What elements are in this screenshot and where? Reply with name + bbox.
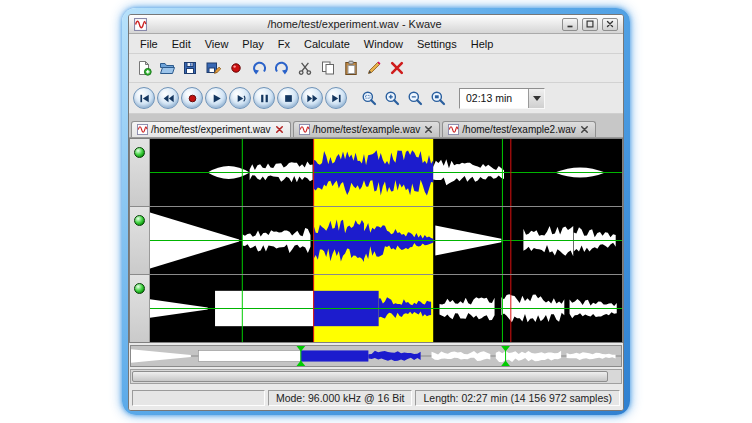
play-button[interactable] (205, 87, 227, 109)
menu-play[interactable]: Play (235, 36, 270, 52)
zoom-group (358, 87, 449, 109)
tabbar: /home/test/experiment.wav /home/test/exa… (129, 114, 623, 138)
to-start-button[interactable] (133, 87, 155, 109)
erase-button[interactable] (363, 57, 385, 79)
track-2-led-button[interactable] (134, 215, 145, 226)
zoom-in-button[interactable] (381, 87, 403, 109)
chevron-down-icon (533, 96, 541, 101)
minimize-button[interactable] (562, 18, 578, 31)
status-mode: Mode: 96.000 kHz @ 16 Bit (268, 390, 413, 406)
new-file-icon (136, 60, 152, 76)
paste-icon (343, 60, 359, 76)
to-end-button[interactable] (325, 87, 347, 109)
to-end-icon (330, 92, 343, 105)
record-setup-button[interactable] (225, 57, 247, 79)
tab-close-button[interactable] (423, 124, 434, 135)
pause-button[interactable] (253, 87, 275, 109)
track-3-controls (130, 275, 150, 342)
open-button[interactable] (156, 57, 178, 79)
track-3-led-button[interactable] (134, 283, 145, 294)
menu-edit[interactable]: Edit (165, 36, 198, 52)
maximize-button[interactable] (582, 18, 598, 31)
zoom-selection-button[interactable] (358, 87, 380, 109)
zoom-all-icon (430, 90, 446, 106)
zoom-combo-dropdown[interactable] (528, 89, 544, 108)
delete-button[interactable] (386, 57, 408, 79)
track-2 (130, 207, 622, 275)
maximize-icon (585, 19, 595, 29)
file-toolbar (129, 54, 623, 83)
to-start-icon (138, 92, 151, 105)
tab-example2-wav[interactable]: /home/test/example2.wav (442, 121, 595, 137)
close-icon (274, 124, 285, 135)
new-file-button[interactable] (133, 57, 155, 79)
track-1-controls (130, 139, 150, 206)
copy-icon (320, 60, 336, 76)
menu-help[interactable]: Help (464, 36, 501, 52)
close-icon (423, 124, 434, 135)
transport-toolbar: 02:13 min (129, 83, 623, 114)
open-icon (159, 60, 175, 76)
zoom-selection-icon (361, 90, 377, 106)
zoom-all-button[interactable] (427, 87, 449, 109)
track-3 (130, 275, 622, 342)
tab-close-button[interactable] (579, 124, 590, 135)
tab-close-button[interactable] (274, 124, 285, 135)
track-2-wave[interactable] (150, 207, 622, 274)
stop-icon (282, 92, 295, 105)
redo-button[interactable] (271, 57, 293, 79)
loop-icon (234, 92, 247, 105)
track-3-wave[interactable] (150, 275, 622, 342)
save-icon (182, 60, 198, 76)
record-setup-icon (228, 60, 244, 76)
track-1 (130, 139, 622, 207)
tab-experiment-wav[interactable]: /home/test/experiment.wav (131, 121, 291, 137)
copy-button[interactable] (317, 57, 339, 79)
record-button[interactable] (181, 87, 203, 109)
save-as-button[interactable] (202, 57, 224, 79)
menu-window[interactable]: Window (357, 36, 410, 52)
undo-icon (251, 60, 267, 76)
rewind-button[interactable] (157, 87, 179, 109)
menu-calculate[interactable]: Calculate (297, 36, 357, 52)
tab-label: /home/test/example.wav (313, 124, 421, 135)
menu-file[interactable]: File (133, 36, 165, 52)
save-as-icon (205, 60, 221, 76)
stop-button[interactable] (277, 87, 299, 109)
track-1-led-button[interactable] (134, 147, 145, 158)
scrollbar-thumb[interactable] (132, 371, 608, 382)
redo-icon (274, 60, 290, 76)
delete-icon (389, 60, 405, 76)
cut-icon (297, 60, 313, 76)
status-spacer-panel (132, 390, 265, 406)
forward-button[interactable] (301, 87, 323, 109)
track-2-controls (130, 207, 150, 274)
menu-view[interactable]: View (198, 36, 236, 52)
kwave-tab-icon (137, 124, 148, 135)
undo-button[interactable] (248, 57, 270, 79)
menu-settings[interactable]: Settings (410, 36, 464, 52)
tab-example-wav[interactable]: /home/test/example.wav (293, 121, 441, 137)
track-1-wave[interactable] (150, 139, 622, 206)
window-title: /home/test/experiment.wav - Kwave (151, 18, 558, 30)
loop-button[interactable] (229, 87, 251, 109)
kwave-tab-icon (299, 124, 310, 135)
horizontal-scrollbar[interactable] (130, 369, 622, 384)
zoom-combo[interactable]: 02:13 min (459, 88, 545, 109)
tab-label: /home/test/example2.wav (462, 124, 575, 135)
cut-button[interactable] (294, 57, 316, 79)
close-button[interactable] (602, 18, 618, 31)
statusbar: Mode: 96.000 kHz @ 16 Bit Length: 02:27 … (129, 386, 623, 410)
zoom-out-button[interactable] (404, 87, 426, 109)
zoom-in-icon (384, 90, 400, 106)
signal-area (129, 138, 623, 343)
save-button[interactable] (179, 57, 201, 79)
zoom-out-icon (407, 90, 423, 106)
window-glow-frame: /home/test/experiment.wav - Kwave File E… (122, 8, 630, 415)
overview-strip[interactable] (130, 345, 622, 367)
app-icon (134, 18, 147, 31)
record-icon (186, 92, 199, 105)
paste-button[interactable] (340, 57, 362, 79)
desktop-background: { "titlebar": { "title": "/home/test/exp… (0, 0, 752, 423)
menu-fx[interactable]: Fx (271, 36, 297, 52)
